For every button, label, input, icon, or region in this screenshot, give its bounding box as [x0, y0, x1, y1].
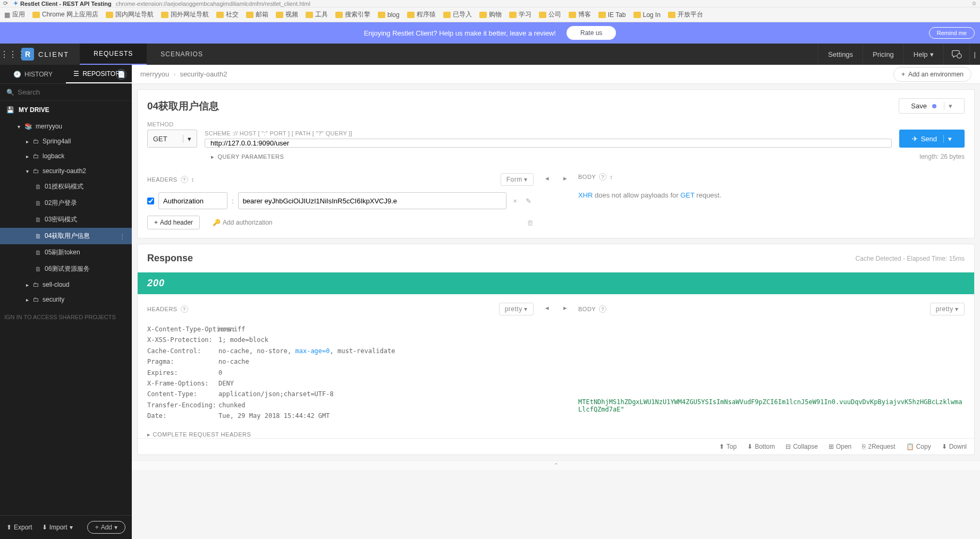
- resp-download-button[interactable]: ⬇Downl: [942, 443, 967, 450]
- drive-header[interactable]: 💾 MY DRIVE: [0, 101, 132, 119]
- more-icon[interactable]: ⋮: [119, 233, 125, 240]
- tree-project-merryyou[interactable]: ▾📚merryyou: [0, 119, 132, 134]
- import-icon[interactable]: 📄: [116, 69, 126, 80]
- nav-settings[interactable]: Settings: [818, 44, 863, 65]
- tree-file-05[interactable]: 🗎05刷新token: [0, 244, 132, 261]
- bookmark-item[interactable]: 开放平台: [668, 10, 703, 19]
- url-input[interactable]: [205, 139, 892, 148]
- bookmark-item[interactable]: 搜索引擎: [335, 10, 370, 19]
- headers-format-dropdown[interactable]: Form ▾: [501, 173, 534, 186]
- save-button[interactable]: Save ▾: [899, 98, 965, 114]
- add-button[interactable]: +Add▾: [87, 521, 125, 534]
- resp-bottom-button[interactable]: ⬇Bottom: [747, 443, 775, 450]
- sidebar-tab-history[interactable]: 🕘 HISTORY: [0, 65, 66, 83]
- tree-file-01[interactable]: 🗎01授权码模式: [0, 178, 132, 195]
- nav-pricing[interactable]: Pricing: [863, 44, 903, 65]
- import-button[interactable]: ⬇Import▾: [42, 524, 73, 531]
- bookmark-item[interactable]: Chrome 网上应用店: [32, 10, 98, 19]
- collapse-right-icon[interactable]: ▸: [560, 304, 570, 312]
- tree-folder-spring4all[interactable]: ▸🗀Spring4all: [0, 134, 132, 149]
- response-body-format-dropdown[interactable]: pretty ▾: [930, 303, 965, 315]
- bookmark-item[interactable]: blog: [378, 11, 400, 19]
- folder-icon: [443, 12, 451, 18]
- complete-headers-toggle[interactable]: ▸ COMPLETE REQUEST HEADERS: [147, 431, 534, 438]
- bookmark-item[interactable]: 国外网址导航: [161, 10, 209, 19]
- bookmark-item[interactable]: 邮箱: [246, 10, 268, 19]
- collapse-left-icon[interactable]: ◂: [542, 174, 552, 182]
- rate-button[interactable]: Rate us: [567, 26, 616, 40]
- tab-scenarios[interactable]: SCENARIOS: [147, 44, 217, 65]
- tree-file-03[interactable]: 🗎03密码模式: [0, 211, 132, 228]
- logo[interactable]: R CLIENT: [21, 48, 80, 61]
- bookmark-item[interactable]: 社交: [216, 10, 239, 19]
- bookmark-item[interactable]: 公司: [539, 10, 561, 19]
- tree-folder-security-oauth2[interactable]: ▾🗀security-oauth2: [0, 164, 132, 178]
- tab-requests[interactable]: REQUESTS: [80, 44, 147, 65]
- trash-icon[interactable]: 🗑: [527, 219, 534, 227]
- bookmark-item[interactable]: IE Tab: [598, 11, 626, 19]
- bookmark-item[interactable]: 视频: [276, 10, 298, 19]
- tree-folder-sell-cloud[interactable]: ▸🗀sell-cloud: [0, 277, 132, 292]
- remind-button[interactable]: Remind me: [929, 27, 975, 39]
- magic-icon[interactable]: ✎: [523, 197, 534, 205]
- bookmark-item[interactable]: 程序猿: [407, 10, 436, 19]
- add-environment-button[interactable]: + Add an environmen: [893, 67, 971, 82]
- sort-icon[interactable]: ↕: [610, 174, 613, 180]
- apps-grid-icon[interactable]: ⋮⋮⋮: [0, 49, 21, 59]
- nav-last[interactable]: |: [969, 44, 980, 65]
- tree-file-02[interactable]: 🗎02用户登录: [0, 195, 132, 211]
- request-title[interactable]: 04获取用户信息: [147, 99, 899, 113]
- tree-file-04[interactable]: 🗎04获取用户信息⋮: [0, 228, 132, 244]
- svg-point-0: [957, 54, 961, 58]
- info-icon[interactable]: ?: [599, 173, 606, 181]
- bookmark-item[interactable]: Log In: [633, 11, 661, 19]
- crumb-security-oauth2[interactable]: security-oauth2: [180, 70, 227, 78]
- bookmark-item[interactable]: 博客: [569, 10, 591, 19]
- resp-2request-button[interactable]: ⎘2Request: [862, 443, 895, 450]
- header-value-input[interactable]: [238, 192, 507, 209]
- resp-top-button[interactable]: ⬆Top: [719, 443, 737, 450]
- file-icon: 🗎: [35, 183, 41, 191]
- collapse-right-icon[interactable]: ▸: [560, 174, 570, 182]
- info-icon[interactable]: ?: [181, 176, 188, 183]
- info-icon[interactable]: ?: [181, 305, 188, 313]
- tree-folder-logback[interactable]: ▸🗀logback: [0, 149, 132, 164]
- expand-handle[interactable]: ⌃: [132, 460, 980, 470]
- add-authorization-link[interactable]: 🔑Add authorization: [213, 219, 272, 226]
- add-header-button[interactable]: +Add header: [147, 216, 200, 229]
- search-input[interactable]: [18, 88, 125, 96]
- send-button[interactable]: ✈ Send ▾: [899, 130, 965, 148]
- bookmark-item[interactable]: 工具: [306, 10, 328, 19]
- crumb-merryyou[interactable]: merryyou: [140, 70, 169, 78]
- tree-folder-security[interactable]: ▸🗀security: [0, 292, 132, 307]
- export-icon: ⬆: [6, 524, 12, 531]
- url-text[interactable]: chrome-extension://aejoelaoggembcahagimd…: [116, 1, 971, 7]
- response-headers-format-dropdown[interactable]: pretty ▾: [499, 303, 534, 315]
- bookmark-item[interactable]: 已导入: [443, 10, 472, 19]
- response-meta: Cache Detected - Elapsed Time: 15ms: [856, 255, 965, 262]
- collapse-left-icon[interactable]: ◂: [542, 304, 552, 312]
- resp-copy-button[interactable]: 📋Copy: [906, 443, 931, 450]
- chat-icon[interactable]: [943, 44, 969, 65]
- tree-file-06[interactable]: 🗎06测试资源服务: [0, 261, 132, 277]
- resp-collapse-button[interactable]: ⊟Collapse: [785, 443, 818, 450]
- bookmark-item[interactable]: 购物: [479, 10, 502, 19]
- header-name-input[interactable]: [158, 192, 227, 209]
- export-button[interactable]: ⬆Export: [6, 524, 32, 531]
- remove-icon[interactable]: ×: [511, 197, 519, 205]
- bookmark-item[interactable]: ▦应用: [4, 10, 25, 19]
- star-icon[interactable]: ☆: [971, 0, 977, 7]
- bookmark-item[interactable]: 学习: [509, 10, 531, 19]
- nav-help[interactable]: Help▾: [903, 44, 943, 65]
- query-params-toggle[interactable]: ▸ QUERY PARAMETERS: [211, 153, 284, 160]
- response-body-text[interactable]: MTEtNDhjMS1hZDgxLWU1NzU1YWM4ZGU5YSIsImNs…: [578, 324, 965, 413]
- chevron-down-icon[interactable]: ▾: [943, 135, 952, 143]
- sort-icon[interactable]: ↕: [191, 176, 195, 183]
- bookmark-item[interactable]: 国内网址导航: [106, 10, 154, 19]
- resp-open-button[interactable]: ⊞Open: [829, 443, 851, 450]
- method-select[interactable]: GET ▾: [147, 130, 197, 148]
- info-icon[interactable]: ?: [599, 305, 606, 313]
- header-enable-checkbox[interactable]: [147, 198, 154, 204]
- chevron-down-icon[interactable]: ▾: [944, 102, 952, 110]
- reload-icon[interactable]: ⟳: [3, 0, 8, 7]
